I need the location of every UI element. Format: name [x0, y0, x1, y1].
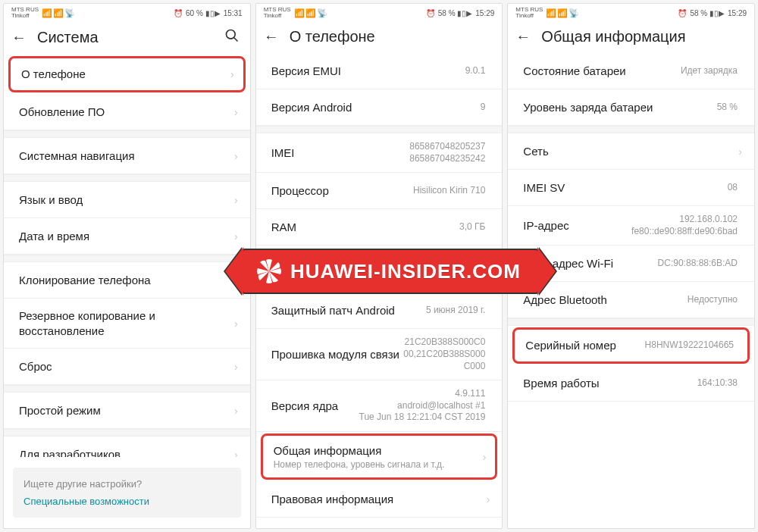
screen-header: ←Система: [4, 20, 250, 55]
list-item[interactable]: Системная навигация›: [4, 138, 250, 174]
battery-label: 60 % ▮▯▶: [186, 9, 221, 17]
row-value: Недоступно: [688, 294, 742, 306]
screen-header: ←Общая информация: [508, 20, 754, 53]
row-value: 865867048205237865867048235242: [409, 141, 490, 164]
list-item[interactable]: Для разработчиков›: [4, 437, 250, 457]
row-label: Уровень заряда батареи: [523, 100, 653, 115]
chevron-right-icon: ›: [234, 449, 238, 458]
row-label: Защитный патч Android: [271, 303, 395, 318]
row-value: 9.0.1: [465, 65, 490, 77]
list-item[interactable]: MAC-адрес Wi-FiDC:90:88:88:6B:AD: [508, 246, 754, 282]
list-item[interactable]: ПроцессорHisilicon Kirin 710: [256, 173, 503, 209]
footer-suggest: Ищете другие настройки?Специальные возмо…: [13, 468, 241, 518]
footer-link[interactable]: Специальные возможности: [23, 496, 230, 507]
row-label: Серийный номер: [525, 338, 616, 353]
row-label: Системная навигация: [19, 149, 135, 164]
list-item[interactable]: Аутентификационные данные›: [256, 518, 503, 528]
list-item[interactable]: Защитный патч Android5 июня 2019 г.: [256, 293, 503, 329]
carrier-label: MTS RUSTinkoff: [515, 7, 543, 19]
list-item[interactable]: Адрес BluetoothНедоступно: [508, 282, 754, 318]
list-item[interactable]: Состояние батареиИдет зарядка: [508, 53, 754, 89]
row-value: DC:90:88:88:6B:AD: [658, 258, 742, 270]
row-value: 08: [728, 182, 742, 194]
row-value: 21C20B388S000C000,21C20B388S000C000: [403, 336, 490, 372]
list-item[interactable]: Серийный номерH8HNW19222104665: [512, 327, 750, 364]
row-label: Процессор: [271, 183, 329, 199]
search-icon[interactable]: [224, 28, 240, 47]
row-label: Память телефона: [271, 258, 366, 273]
section-gap: [508, 318, 754, 326]
row-label: IMEI: [271, 146, 295, 161]
row-value: 3,0 ГБ: [459, 221, 490, 233]
list-item[interactable]: Память телефона17,51 ГБ свободновсего: 3…: [256, 246, 503, 285]
row-value: 192.168.0.102fe80::de90:88ff:de90:6bad: [631, 214, 742, 237]
row-value: 58 %: [717, 102, 742, 114]
chevron-right-icon: ›: [234, 274, 238, 286]
page-title: О телефоне: [290, 28, 492, 45]
alarm-icon: ⏰: [174, 9, 183, 17]
row-value: Идет зарядка: [681, 65, 742, 77]
list-item[interactable]: Язык и ввод›: [4, 182, 250, 218]
clock-label: 15:29: [728, 9, 747, 17]
svg-line-1: [233, 38, 237, 42]
page-title: Система: [37, 29, 214, 46]
section-gap: [256, 285, 503, 293]
list-item[interactable]: Версия EMUI9.0.1: [256, 53, 503, 89]
list-item[interactable]: Общая информацияНомер телефона, уровень …: [261, 433, 498, 480]
list-item[interactable]: IP-адрес192.168.0.102fe80::de90:88ff:de9…: [508, 206, 754, 246]
row-label: Для разработчиков: [19, 447, 121, 457]
list-item[interactable]: Сброс›: [4, 349, 250, 385]
row-label: Сброс: [19, 359, 52, 374]
list-item[interactable]: Версия Android9: [256, 89, 503, 126]
status-bar: MTS RUSTinkoff📶 📶 📡⏰60 % ▮▯▶15:31: [4, 4, 250, 20]
back-icon[interactable]: ←: [515, 28, 531, 45]
row-label: Дата и время: [19, 229, 89, 244]
phone-screen-2: MTS RUSTinkoff📶 📶 📡⏰58 % ▮▯▶15:29←Общая …: [507, 3, 755, 529]
list-item[interactable]: Правовая информация›: [256, 481, 503, 518]
svg-point-0: [226, 30, 235, 39]
chevron-right-icon: ›: [234, 150, 238, 162]
settings-list: О телефоне›Обновление ПО›Системная навиг…: [4, 55, 250, 457]
list-item[interactable]: Уровень заряда батареи58 %: [508, 89, 754, 126]
list-item[interactable]: Время работы164:10:38: [508, 365, 754, 402]
status-bar: MTS RUSTinkoff📶 📶 📡⏰58 % ▮▯▶15:29: [256, 4, 503, 20]
chevron-right-icon: ›: [234, 194, 238, 206]
list-item[interactable]: IMEI865867048205237865867048235242: [256, 133, 503, 173]
back-icon[interactable]: ←: [264, 28, 279, 45]
list-item[interactable]: Версия ядра4.9.111android@localhost #1Tu…: [256, 380, 503, 432]
page-title: Общая информация: [541, 28, 744, 45]
list-item[interactable]: Прошивка модуля связи21C20B388S000C000,2…: [256, 329, 503, 380]
chevron-right-icon: ›: [487, 493, 490, 505]
phone-screen-1: MTS RUSTinkoff📶 📶 📡⏰58 % ▮▯▶15:29←О теле…: [255, 3, 503, 529]
battery-label: 58 % ▮▯▶: [690, 9, 725, 17]
back-icon[interactable]: ←: [11, 29, 27, 46]
section-gap: [4, 174, 250, 182]
footer-question: Ищете другие настройки?: [23, 478, 230, 490]
row-label: IMEI SV: [523, 180, 565, 196]
section-gap: [4, 429, 250, 437]
status-bar: MTS RUSTinkoff📶 📶 📡⏰58 % ▮▯▶15:29: [508, 4, 754, 20]
list-item[interactable]: RAM3,0 ГБ: [256, 209, 503, 246]
list-item[interactable]: Дата и время›: [4, 218, 250, 255]
list-item[interactable]: О телефоне›: [8, 56, 246, 92]
list-item[interactable]: IMEI SV08: [508, 170, 754, 206]
row-value: Hisilicon Kirin 710: [413, 185, 490, 197]
list-item[interactable]: Сеть›: [508, 133, 754, 170]
list-item[interactable]: Обновление ПО›: [4, 94, 250, 130]
row-label: Обновление ПО: [19, 105, 105, 120]
clock-label: 15:29: [475, 9, 494, 17]
row-label: Сеть: [523, 144, 548, 159]
row-sublabel: Номер телефона, уровень сигнала и т.д.: [274, 459, 445, 470]
chevron-right-icon: ›: [234, 230, 238, 243]
row-value: 9: [481, 102, 490, 114]
row-value: 5 июня 2019 г.: [426, 305, 490, 317]
carrier-label: MTS RUSTinkoff: [11, 7, 39, 19]
list-item[interactable]: Простой режим›: [4, 393, 250, 429]
screen-header: ←О телефоне: [256, 20, 503, 53]
list-item[interactable]: Клонирование телефона›: [4, 262, 250, 299]
row-label: Состояние батареи: [523, 64, 625, 79]
list-item[interactable]: Резервное копирование и восстановление›: [4, 299, 250, 349]
chevron-right-icon: ›: [234, 405, 238, 417]
chevron-right-icon: ›: [234, 318, 238, 330]
row-value: 4.9.111android@localhost #1Tue Jun 18 12…: [359, 388, 490, 424]
